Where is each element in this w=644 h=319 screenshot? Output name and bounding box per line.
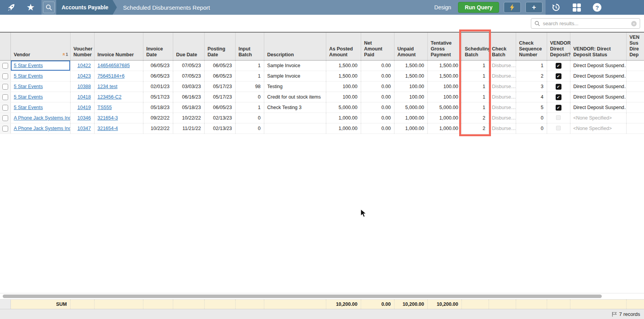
cell-posting_date[interactable]: 05/17/23 [204, 81, 235, 92]
cell-tentative_gross_payment[interactable]: 1,500.00 [427, 71, 461, 81]
col-header-due_date[interactable]: Due Date [173, 32, 204, 61]
col-header-invoice_date[interactable]: Invoice Date [143, 32, 173, 61]
cell-tentative_gross_payment[interactable]: 100.00 [427, 92, 461, 102]
cell-scheduling_batch[interactable]: 1 [461, 61, 489, 71]
cell-check_sequence_number[interactable]: 2 [516, 71, 547, 81]
cell-unpaid_amount[interactable]: 1,000.00 [394, 123, 427, 134]
col-header-input_batch[interactable]: Input Batch [235, 32, 264, 61]
cell-scheduling_batch[interactable]: 1 [461, 92, 489, 102]
cell-description[interactable]: Credit for out stock items [264, 92, 326, 102]
invoice_number-link[interactable]: 1234 test [98, 84, 117, 89]
cell-as_posted_amount[interactable]: 100.00 [326, 81, 361, 92]
search-icon[interactable] [43, 2, 55, 13]
history-icon[interactable] [551, 2, 561, 12]
cell-vendor[interactable]: 5 Star Events [10, 81, 70, 92]
cell-check_sequence_number[interactable]: 3 [516, 81, 547, 92]
cell-check_batch[interactable]: Disburse… [489, 61, 516, 71]
cell-scheduling_batch[interactable]: 2 [461, 123, 489, 134]
cell-input_batch[interactable]: 0 [235, 113, 264, 123]
cell-scheduling_batch[interactable]: 1 [461, 81, 489, 92]
invoice_number-link[interactable]: TS555 [98, 105, 112, 110]
cell-due_date[interactable]: 10/22/22 [173, 113, 204, 123]
cell-vendor[interactable]: 5 Star Events [10, 102, 70, 113]
cell-as_posted_amount[interactable]: 100.00 [326, 92, 361, 102]
cell-select[interactable] [0, 81, 10, 92]
cell-vendor[interactable]: A Phone Jack Systems Inc. [10, 113, 70, 123]
cell-vendor_dd_status[interactable]: Direct Deposit Suspend… [570, 102, 626, 113]
add-button[interactable]: + [525, 2, 542, 13]
cell-tentative_gross_payment[interactable]: 1,000.00 [427, 113, 461, 123]
col-header-tentative_gross_payment[interactable]: Tentative Gross Payment [427, 32, 461, 61]
cell-invoice_date[interactable]: 09/22/22 [143, 113, 173, 123]
cell-vendor_dd_status[interactable]: <None Specified> [570, 123, 626, 134]
cell-input_batch[interactable]: 1 [235, 71, 264, 81]
cell-invoice_date[interactable]: 06/05/23 [143, 71, 173, 81]
cell-vendor_direct_deposit[interactable]: ✔ [547, 81, 570, 92]
col-header-check_sequence_number[interactable]: Check Sequence Number [516, 32, 547, 61]
row-select-checkbox[interactable] [2, 105, 8, 111]
cell-as_posted_amount[interactable]: 1,000.00 [326, 113, 361, 123]
cell-description[interactable] [264, 123, 326, 134]
cell-check_sequence_number[interactable]: 5 [516, 102, 547, 113]
col-header-vendor_dd_status[interactable]: VENDOR: Direct Deposit Status [570, 32, 626, 61]
cell-posting_date[interactable]: 06/05/23 [204, 71, 235, 81]
cell-scheduling_batch[interactable]: 1 [461, 71, 489, 81]
col-header-unpaid_amount[interactable]: Unpaid Amount [394, 32, 427, 61]
col-header-vendor[interactable]: Vendor«1 [10, 32, 70, 61]
cell-voucher_number[interactable]: 10418 [70, 92, 94, 102]
cell-input_batch[interactable]: 0 [235, 123, 264, 134]
cell-unpaid_amount[interactable]: 1,500.00 [394, 71, 427, 81]
cell-invoice_date[interactable]: 05/17/23 [143, 92, 173, 102]
cell-description[interactable]: Sample Invoice [264, 61, 326, 71]
cell-check_batch[interactable]: Disburse… [489, 71, 516, 81]
cell-net_amount_paid[interactable]: 0.00 [361, 102, 394, 113]
cell-select[interactable] [0, 113, 10, 123]
cell-vendor_direct_deposit[interactable]: ✔ [547, 92, 570, 102]
cell-check_batch[interactable]: Disburse… [489, 92, 516, 102]
help-icon[interactable]: ? [592, 2, 602, 12]
cell-voucher_number[interactable]: 10346 [70, 113, 94, 123]
quick-run-bolt-button[interactable] [504, 2, 521, 13]
clear-search-icon[interactable]: × [631, 21, 637, 26]
cell-tentative_gross_payment[interactable]: 100.00 [427, 81, 461, 92]
cell-due_date[interactable]: 07/05/23 [173, 71, 204, 81]
cell-invoice_number[interactable]: TS555 [94, 102, 143, 113]
cell-voucher_number[interactable]: 10419 [70, 102, 94, 113]
cell-invoice_date[interactable]: 02/01/23 [143, 81, 173, 92]
cell-as_posted_amount[interactable]: 5,000.00 [326, 102, 361, 113]
search-results-input[interactable] [543, 21, 631, 26]
voucher_number-link[interactable]: 10418 [77, 94, 91, 100]
cell-check_batch[interactable]: Disburse… [489, 123, 516, 134]
cell-due_date[interactable]: 11/21/22 [173, 123, 204, 134]
cell-invoice_number[interactable]: 321654-3 [94, 113, 143, 123]
cell-as_posted_amount[interactable]: 1,500.00 [326, 61, 361, 71]
col-header-posting_date[interactable]: Posting Date [204, 32, 235, 61]
voucher_number-link[interactable]: 10388 [77, 84, 91, 89]
cell-vendor_direct_deposit[interactable]: ✔ [547, 61, 570, 71]
cell-description[interactable]: Check Testing 3 [264, 102, 326, 113]
cell-scheduling_batch[interactable]: 1 [461, 102, 489, 113]
cell-voucher_number[interactable]: 10388 [70, 81, 94, 92]
cell-vendor_dd_status[interactable]: <None Specified> [570, 113, 626, 123]
col-header-voucher_number[interactable]: Voucher Number [70, 32, 94, 61]
row-select-checkbox[interactable] [2, 126, 8, 132]
col-header-check_batch[interactable]: Check Batch [489, 32, 516, 61]
col-header-vendor_suspend_dd[interactable]: VENSusDireDep [626, 32, 644, 61]
cell-posting_date[interactable]: 02/13/23 [204, 113, 235, 123]
cell-check_sequence_number[interactable]: 0 [516, 113, 547, 123]
cell-due_date[interactable]: 05/18/23 [173, 102, 204, 113]
cell-vendor_dd_status[interactable]: Direct Deposit Suspend… [570, 81, 626, 92]
run-query-button[interactable]: Run Query [458, 2, 499, 13]
cell-unpaid_amount[interactable]: 1,500.00 [394, 61, 427, 71]
cell-vendor_dd_status[interactable]: Direct Deposit Suspend… [570, 61, 626, 71]
cell-vendor_dd_status[interactable]: Direct Deposit Suspend… [570, 92, 626, 102]
cell-vendor_suspend_dd[interactable] [626, 92, 644, 102]
cell-vendor[interactable]: 5 Star Events [10, 71, 70, 81]
cell-unpaid_amount[interactable]: 100.00 [394, 92, 427, 102]
cell-check_sequence_number[interactable]: 1 [516, 61, 547, 71]
vendor-link[interactable]: 5 Star Events [14, 94, 43, 100]
design-button[interactable]: Design [434, 4, 451, 10]
cell-posting_date[interactable]: 05/17/23 [204, 92, 235, 102]
breadcrumb[interactable]: Accounts Payable [56, 0, 117, 15]
cell-vendor_direct_deposit[interactable]: ✔ [547, 71, 570, 81]
